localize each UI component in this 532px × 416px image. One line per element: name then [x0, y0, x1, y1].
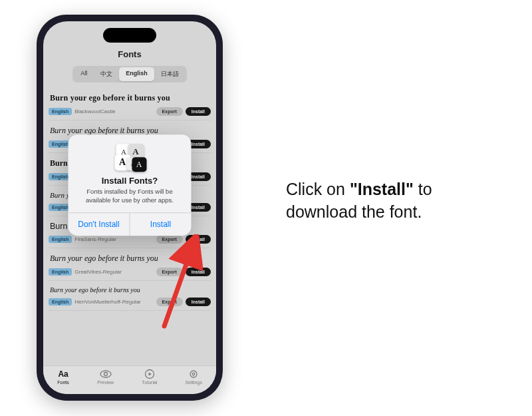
dynamic-island — [103, 28, 156, 43]
instruction-pre: Click on — [286, 180, 350, 198]
phone-frame: Fonts All中文English日本語 Burn your ego befo… — [37, 15, 223, 401]
phone-screen: Fonts All中文English日本語 Burn your ego befo… — [43, 21, 216, 394]
dialog-title: Install Fonts? — [102, 176, 158, 186]
fonts-app-icon: A A A a A — [114, 144, 145, 171]
dialog-body: A A A a A Install Fonts? Fonts installed… — [68, 135, 192, 213]
instruction-text: Click on "Install" to download the font. — [286, 178, 505, 224]
dialog-buttons: Don't Install Install — [68, 212, 192, 236]
install-fonts-dialog: A A A a A Install Fonts? Fonts installed… — [68, 135, 192, 236]
dont-install-button[interactable]: Don't Install — [68, 213, 130, 236]
install-button[interactable]: Install — [130, 213, 192, 236]
dialog-message: Fonts installed by Fonts will be availab… — [76, 188, 184, 205]
instruction-bold: "Install" — [350, 180, 414, 198]
